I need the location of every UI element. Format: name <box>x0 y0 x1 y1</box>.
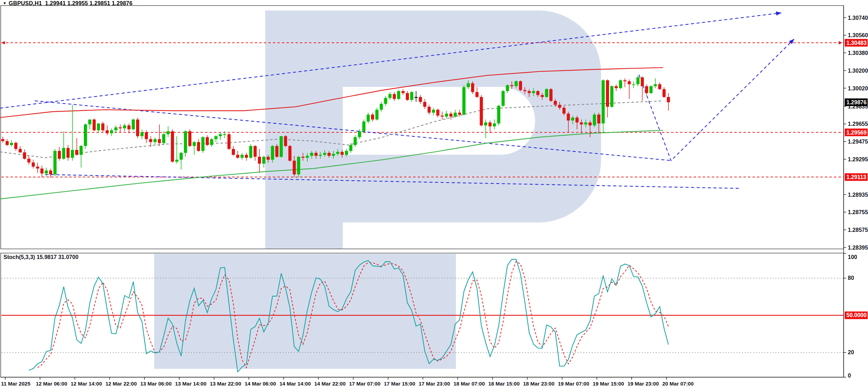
price-axis-label: 1.29475 <box>848 139 868 145</box>
symbol-dropdown-icon[interactable]: ▼ <box>3 1 7 5</box>
time-axis-label: 13 Mar 06:00 <box>140 381 172 387</box>
symbol-period-label: GBPUSD,H1 <box>9 0 42 6</box>
price-axis-label: 1.28395 <box>848 245 868 251</box>
candle-body <box>188 131 191 146</box>
candle-body <box>602 80 605 123</box>
level-left-arrow-icon <box>1 41 5 44</box>
candle-body <box>489 122 492 126</box>
candle-body <box>667 97 670 102</box>
candle-body <box>493 123 496 126</box>
candle-body <box>149 139 152 142</box>
candle-body <box>297 157 300 175</box>
candle-body <box>153 139 157 142</box>
candle-body <box>576 117 579 122</box>
candle-body <box>210 139 213 145</box>
candle-body <box>306 156 309 158</box>
candle-body <box>45 170 48 173</box>
candle-body <box>589 122 592 125</box>
candle-body <box>141 132 144 136</box>
time-axis-label: 12 Mar 06:00 <box>36 381 67 387</box>
candle-body <box>193 142 196 146</box>
candle-body <box>332 154 335 156</box>
candle-body <box>471 83 474 92</box>
quote-low: 1.29851 <box>89 0 110 6</box>
price-chart-canvas[interactable]: 1.307401.305601.303801.302001.300201.298… <box>0 0 868 389</box>
candle-body <box>388 94 392 98</box>
price-axis-label: 1.30560 <box>848 32 868 38</box>
candle-body <box>480 97 483 125</box>
candle-body <box>558 105 561 108</box>
time-axis-label: 17 Mar 07:00 <box>349 381 380 387</box>
candle-body <box>632 84 635 85</box>
candle-body <box>132 120 135 129</box>
candle-body <box>310 153 313 156</box>
price-level-badge-text: 1.30483 <box>846 40 867 46</box>
watermark-stem <box>265 10 343 249</box>
candle-body <box>36 167 39 169</box>
candle-body <box>219 134 222 136</box>
candle-body <box>93 120 96 130</box>
candle-body <box>402 91 405 93</box>
level-right-arrow-icon <box>839 41 842 44</box>
candle-body <box>506 85 509 91</box>
candle-body <box>180 153 183 160</box>
candle-body <box>584 122 587 124</box>
candle-body <box>358 131 361 137</box>
candle-body <box>376 110 379 120</box>
candle-body <box>475 92 479 97</box>
candle-body <box>519 81 522 90</box>
candle-body <box>23 152 26 159</box>
candle-body <box>328 153 331 156</box>
price-axis-label: 1.30380 <box>848 50 868 56</box>
candle-body <box>406 93 409 100</box>
candle-body <box>619 80 622 88</box>
candle-body <box>510 85 513 86</box>
candle-body <box>119 127 122 128</box>
candle-body <box>27 159 31 163</box>
candle-body <box>658 84 661 89</box>
candle-body <box>336 152 339 154</box>
candle-body <box>171 131 174 162</box>
candle-body <box>289 146 292 161</box>
time-axis-label: 17 Mar 15:00 <box>384 381 415 387</box>
candle-body <box>580 122 583 124</box>
candle-body <box>271 146 274 160</box>
candle-body <box>184 131 187 153</box>
candle-body <box>267 157 270 160</box>
candle-body <box>458 113 461 115</box>
stochastic-indicator-label[interactable]: Stoch(5,3,3) 15.9817 31.0700 <box>3 254 78 260</box>
candle-body <box>145 132 148 139</box>
candle-body <box>275 146 278 157</box>
candle-body <box>463 87 466 115</box>
time-axis-label: 12 Mar 22:00 <box>105 381 137 387</box>
chart-title[interactable]: ▼GBPUSD,H1 1.29941 1.29955 1.29851 1.298… <box>3 0 133 7</box>
candle-body <box>240 155 244 157</box>
time-axis-label: 19 Mar 15:00 <box>593 381 624 387</box>
price-axis-label: 1.29655 <box>848 121 868 127</box>
candle-body <box>367 115 370 122</box>
candle-body <box>262 157 266 164</box>
candle-body <box>158 139 161 143</box>
candle-body <box>623 80 626 81</box>
time-axis-label: 17 Mar 23:00 <box>419 381 450 387</box>
candle-body <box>6 141 9 145</box>
candle-body <box>254 146 257 157</box>
candle-body <box>541 95 544 97</box>
candle-body <box>280 136 283 157</box>
candle-body <box>223 134 226 135</box>
stoch-scale-label: 0 <box>848 373 851 379</box>
candle-body <box>449 114 452 116</box>
time-axis-label: 20 Mar 07:00 <box>662 381 694 387</box>
time-axis-label: 18 Mar 23:00 <box>523 381 554 387</box>
candle-body <box>597 115 600 123</box>
candle-body <box>32 162 35 167</box>
candle-body <box>315 153 318 156</box>
candle-body <box>571 117 574 120</box>
candle-body <box>341 152 344 155</box>
candle-body <box>54 151 57 175</box>
candle-body <box>610 86 614 107</box>
candle-body <box>393 94 396 99</box>
time-axis-label: 19 Mar 23:00 <box>628 381 659 387</box>
candle-body <box>497 106 500 123</box>
candle-body <box>236 155 239 157</box>
